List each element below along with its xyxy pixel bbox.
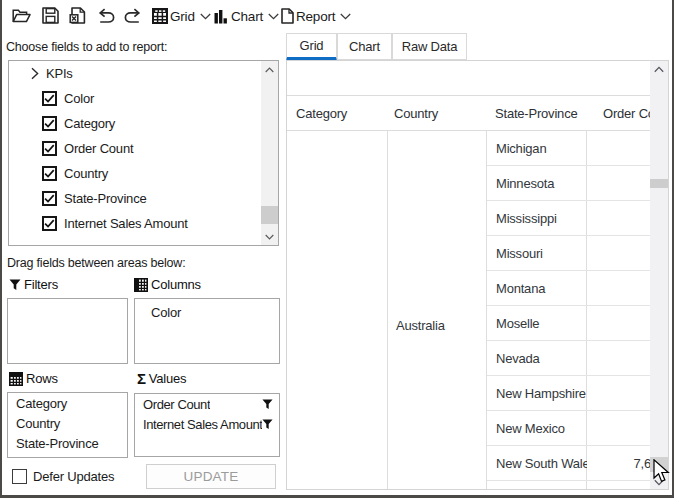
tab-raw-data[interactable]: Raw Data (392, 33, 467, 60)
row-field-pill[interactable]: State-Province (8, 434, 127, 454)
save-button[interactable] (40, 7, 60, 24)
row-field-pill[interactable]: Category (8, 394, 127, 414)
field-label: Order Count (64, 141, 133, 156)
tree-node-kpis[interactable]: KPIs (9, 61, 278, 86)
state-cell[interactable]: Moselle (487, 316, 587, 331)
checkbox-unchecked-icon[interactable] (12, 469, 27, 484)
grid-row[interactable]: New Mexico (487, 411, 668, 446)
rows-label: Rows (26, 371, 58, 386)
defer-updates-label: Defer Updates (33, 469, 114, 484)
window-border-right (672, 0, 674, 497)
grid-row[interactable]: Mississippi (487, 201, 668, 236)
field-list-item[interactable]: Internet Sales Amount (9, 211, 278, 236)
field-list-item[interactable]: Order Count (9, 136, 278, 161)
toolbar: Grid Chart (2, 0, 672, 36)
window-border-left (0, 0, 2, 497)
report-menu-button[interactable]: Report (281, 5, 351, 27)
undo-icon (98, 8, 116, 24)
value-field-pill[interactable]: Internet Sales Amount (135, 415, 279, 435)
grid-row[interactable]: New Hampshire (487, 376, 668, 411)
checkbox-checked-icon[interactable] (42, 141, 57, 156)
value-field-label: Order Count (143, 397, 210, 412)
column-header-category[interactable]: Category (296, 96, 386, 131)
chart-menu-button[interactable]: Chart (214, 5, 279, 27)
redo-button[interactable] (122, 7, 142, 24)
filters-area-label: Filters (9, 277, 58, 292)
chevron-down-icon (340, 13, 351, 20)
grid-row[interactable]: New South Wales 7,60 (487, 446, 668, 481)
value-field-label: Internet Sales Amount (143, 417, 262, 432)
field-list-item[interactable]: Color (9, 86, 278, 111)
scrollbar-thumb[interactable] (261, 206, 278, 224)
state-cell[interactable]: New Mexico (487, 421, 587, 436)
defer-updates-row[interactable]: Defer Updates (12, 469, 114, 484)
expander-chevron-right-icon[interactable] (31, 67, 39, 80)
checkbox-checked-icon[interactable] (42, 116, 57, 131)
open-folder-icon (12, 8, 31, 23)
field-label: State-Province (64, 191, 146, 206)
grid-row[interactable]: Missouri (487, 236, 668, 271)
field-list-item[interactable]: State-Province (9, 186, 278, 211)
grid-row[interactable]: Moselle (487, 306, 668, 341)
report-page-icon (281, 8, 294, 24)
funnel-icon[interactable] (262, 419, 273, 430)
undo-button[interactable] (97, 7, 117, 24)
funnel-icon (9, 279, 21, 291)
grid-menu-label: Grid (170, 9, 195, 24)
column-field-pill[interactable]: Color (135, 303, 279, 323)
checkbox-checked-icon[interactable] (42, 166, 57, 181)
checkbox-checked-icon[interactable] (42, 91, 57, 106)
field-list-title: Choose fields to add to report: (6, 40, 167, 54)
field-label: Internet Sales Amount (64, 216, 188, 231)
state-cell[interactable]: Minnesota (487, 176, 587, 191)
state-cell[interactable]: New Hampshire (487, 386, 587, 401)
values-dropzone[interactable]: Order Count Internet Sales Amount (134, 393, 280, 457)
grid-vertical-scrollbar[interactable] (650, 61, 668, 489)
column-header-state-province[interactable]: State-Province (495, 96, 590, 131)
tab-grid[interactable]: Grid (286, 33, 337, 61)
scroll-up-icon[interactable] (650, 61, 668, 78)
state-cell[interactable]: New South Wales (487, 456, 587, 471)
filters-label: Filters (24, 277, 58, 292)
values-label: Values (149, 371, 187, 386)
column-header-country[interactable]: Country (394, 96, 484, 131)
field-list-item[interactable]: Category (9, 111, 278, 136)
state-cell[interactable]: Mississippi (487, 211, 587, 226)
field-list-scrollbar[interactable] (261, 61, 278, 245)
grid-row[interactable]: Nevada (487, 341, 668, 376)
columns-label: Columns (151, 277, 201, 292)
column-divider (387, 131, 388, 489)
scrollbar-thumb[interactable] (650, 179, 668, 188)
filters-dropzone[interactable] (7, 298, 128, 364)
row-field-pill[interactable]: Country (8, 414, 127, 434)
tab-chart[interactable]: Chart (337, 33, 392, 60)
scroll-down-icon[interactable] (261, 228, 278, 245)
grid-menu-button[interactable]: Grid (152, 5, 211, 27)
columns-dropzone[interactable]: Color (134, 298, 280, 364)
grid-row[interactable]: Minnesota (487, 166, 668, 201)
scroll-up-icon[interactable] (261, 61, 278, 78)
rows-dropzone[interactable]: CategoryCountryState-Province (7, 392, 128, 458)
update-button[interactable]: UPDATE (146, 464, 276, 489)
funnel-icon[interactable] (262, 399, 273, 410)
country-group-cell[interactable]: Australia (396, 318, 445, 333)
save-icon (42, 7, 59, 24)
checkbox-checked-icon[interactable] (42, 216, 57, 231)
grid-row[interactable]: Montana (487, 271, 668, 306)
state-cell[interactable]: Michigan (487, 141, 587, 156)
bar-chart-icon (214, 8, 229, 24)
state-cell[interactable]: Missouri (487, 246, 587, 261)
state-cell[interactable]: Nevada (487, 351, 587, 366)
grid-table-icon (152, 8, 168, 24)
grid-row[interactable]: Michigan (487, 131, 668, 166)
export-button[interactable] (67, 7, 87, 24)
table-icon (9, 372, 23, 386)
value-field-pill[interactable]: Order Count (135, 395, 279, 415)
checkbox-checked-icon[interactable] (42, 191, 57, 206)
field-list-item[interactable]: Country (9, 161, 278, 186)
chevron-down-icon (268, 13, 279, 20)
rows-area-label: Rows (9, 371, 58, 386)
open-folder-button[interactable] (11, 7, 31, 24)
value-cell[interactable]: 7,60 (587, 456, 658, 471)
state-cell[interactable]: Montana (487, 281, 587, 296)
